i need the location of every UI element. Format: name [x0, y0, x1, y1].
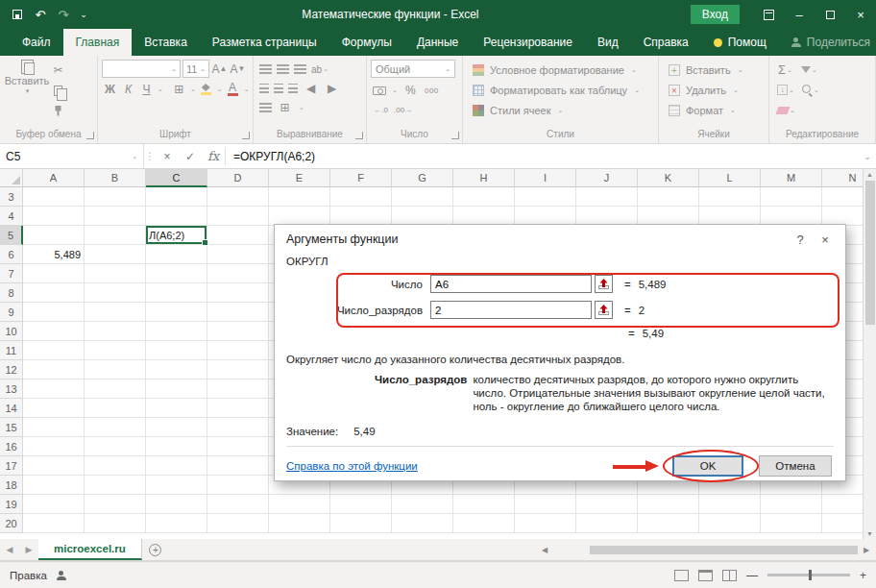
argument-input-1[interactable]: [430, 301, 592, 319]
cell-A6[interactable]: 5,489: [23, 245, 85, 264]
scroll-up-icon[interactable]: ▲: [866, 171, 873, 178]
cell-J3[interactable]: [576, 187, 638, 207]
cell-J19[interactable]: [576, 495, 638, 514]
cell-D20[interactable]: [207, 514, 269, 533]
styles-format-as-table-button[interactable]: Форматировать как таблицу⌄: [467, 80, 654, 100]
sign-in-button[interactable]: Вход: [691, 5, 740, 24]
cell-A15[interactable]: [23, 418, 85, 437]
cell-L20[interactable]: [699, 514, 761, 533]
select-all-corner[interactable]: [0, 169, 23, 187]
cell-H19[interactable]: [453, 495, 515, 514]
cell-C19[interactable]: [146, 495, 207, 514]
column-header-G[interactable]: G: [392, 169, 453, 187]
merge-dropdown[interactable]: ⌄: [299, 104, 304, 111]
undo-button[interactable]: ↶: [31, 3, 50, 26]
cell-F4[interactable]: [330, 207, 392, 226]
cell-L19[interactable]: [699, 495, 761, 514]
cell-A11[interactable]: [23, 341, 85, 360]
cell-A20[interactable]: [23, 514, 85, 533]
vertical-scroll-thumb[interactable]: [865, 181, 875, 325]
tab-share[interactable]: Поделиться: [779, 29, 876, 56]
italic-button[interactable]: К: [120, 81, 136, 98]
row-header-8[interactable]: 8: [0, 283, 23, 303]
cells-insert-button[interactable]: Вставить⌄: [663, 60, 765, 80]
column-header-J[interactable]: J: [576, 169, 638, 187]
cell-G19[interactable]: [392, 495, 453, 514]
increase-indent-button[interactable]: ▶: [324, 80, 340, 97]
column-header-A[interactable]: A: [23, 169, 85, 187]
cell-B13[interactable]: [85, 380, 146, 399]
collapse-dialog-button-0[interactable]: [595, 275, 613, 293]
cell-B20[interactable]: [85, 514, 146, 533]
cell-D5[interactable]: [207, 226, 269, 245]
cell-C9[interactable]: [146, 303, 207, 322]
scroll-left-icon[interactable]: ◀: [538, 546, 551, 554]
cell-H4[interactable]: [453, 207, 515, 226]
fill-color-dropdown[interactable]: ⌄: [217, 86, 223, 93]
increase-decimal-button[interactable]: ←.0: [373, 101, 389, 118]
cell-B9[interactable]: [85, 303, 146, 322]
font-color-button[interactable]: А: [225, 81, 241, 98]
tab-data[interactable]: Данные: [404, 29, 471, 56]
close-button[interactable]: ×: [845, 0, 876, 29]
maximize-button[interactable]: [815, 0, 845, 29]
cell-B11[interactable]: [85, 341, 146, 360]
cell-H20[interactable]: [453, 514, 515, 533]
comma-style-button[interactable]: 000: [424, 82, 440, 99]
decrease-indent-button[interactable]: ◀: [303, 80, 319, 97]
merge-center-button[interactable]: ⊞: [277, 99, 293, 116]
cell-C10[interactable]: [146, 322, 207, 341]
cell-D9[interactable]: [207, 303, 269, 322]
cell-B5[interactable]: [85, 226, 146, 245]
page-break-view-button[interactable]: [722, 570, 737, 581]
ribbon-display-options-button[interactable]: [753, 0, 784, 29]
row-header-19[interactable]: 19: [0, 495, 23, 514]
column-header-K[interactable]: K: [638, 169, 699, 187]
formula-input[interactable]: =ОКРУГЛ(A6;2): [226, 144, 859, 168]
cell-G20[interactable]: [392, 514, 453, 533]
qat-customize-button[interactable]: ⌄: [77, 3, 90, 26]
formula-bar-expand-button[interactable]: ⌄: [859, 144, 876, 168]
tab-home[interactable]: Главная: [63, 29, 133, 56]
format-painter-button[interactable]: [50, 102, 66, 119]
cell-F3[interactable]: [330, 187, 392, 207]
cell-A19[interactable]: [23, 495, 85, 514]
cell-K20[interactable]: [638, 514, 699, 533]
redo-button[interactable]: ↷: [54, 3, 73, 26]
cell-D8[interactable]: [207, 283, 269, 303]
column-header-L[interactable]: L: [699, 169, 761, 187]
cell-B4[interactable]: [85, 207, 146, 226]
tab-formulas[interactable]: Формулы: [329, 29, 404, 56]
cell-D18[interactable]: [207, 476, 269, 495]
cell-C13[interactable]: [146, 380, 207, 399]
argument-input-0[interactable]: [430, 275, 592, 293]
cell-E20[interactable]: [269, 514, 330, 533]
cell-A14[interactable]: [23, 399, 85, 418]
row-header-16[interactable]: 16: [0, 437, 23, 456]
cell-A3[interactable]: [23, 187, 85, 207]
cancel-button[interactable]: Отмена: [759, 455, 832, 477]
cell-B17[interactable]: [85, 456, 146, 476]
horizontal-scrollbar[interactable]: ◀ ▶: [538, 539, 876, 560]
align-center-button[interactable]: [274, 84, 283, 94]
vertical-scrollbar[interactable]: ▲ ▼: [863, 169, 876, 539]
zoom-slider[interactable]: [767, 574, 850, 576]
cell-C5[interactable]: Л(A6;2): [146, 226, 207, 245]
tab-assistant[interactable]: Помощ: [701, 29, 779, 56]
cell-G3[interactable]: [392, 187, 453, 207]
styles-conditional-formatting-button[interactable]: Условное форматирование⌄: [467, 60, 654, 80]
cell-B18[interactable]: [85, 476, 146, 495]
cell-A13[interactable]: [23, 380, 85, 399]
wrap-text-button[interactable]: [259, 103, 272, 113]
cell-D13[interactable]: [207, 380, 269, 399]
tab-file[interactable]: Файл: [10, 29, 63, 56]
cell-A5[interactable]: [23, 226, 85, 245]
column-header-E[interactable]: E: [269, 169, 330, 187]
bold-button[interactable]: Ж: [102, 81, 118, 98]
zoom-slider-thumb[interactable]: [809, 570, 812, 580]
row-header-17[interactable]: 17: [0, 456, 23, 476]
align-middle-button[interactable]: [277, 64, 289, 75]
cell-K3[interactable]: [638, 187, 699, 207]
previous-sheet-button[interactable]: ◀: [0, 539, 19, 560]
cell-C12[interactable]: [146, 360, 207, 380]
